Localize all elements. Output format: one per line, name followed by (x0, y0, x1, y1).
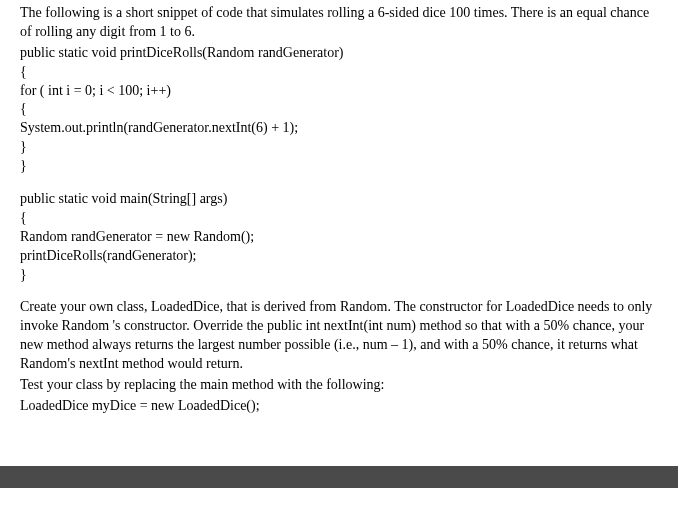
code-line: Random randGenerator = new Random(); (20, 228, 658, 247)
code-line: for ( int i = 0; i < 100; i++) (20, 82, 658, 101)
code-line: printDiceRolls(randGenerator); (20, 247, 658, 266)
code-line: public static void printDiceRolls(Random… (20, 44, 658, 63)
code-line: } (20, 157, 658, 176)
blank-line (20, 176, 658, 190)
gap (0, 426, 678, 466)
top-section: The following is a short snippet of code… (0, 0, 678, 426)
blank-line (20, 284, 658, 298)
separator-bar (0, 466, 678, 488)
code-line: public static void main(String[] args) (20, 190, 658, 209)
code-line: } (20, 266, 658, 285)
test-intro: Test your class by replacing the main me… (20, 376, 658, 395)
code-line: { (20, 209, 658, 228)
code-line: } (20, 138, 658, 157)
code-line: System.out.println(randGenerator.nextInt… (20, 119, 658, 138)
test-code-line: LoadedDice myDice = new LoadedDice(); (20, 397, 658, 416)
code-line: { (20, 100, 658, 119)
instructions-paragraph: Create your own class, LoadedDice, that … (20, 298, 658, 374)
gap (0, 488, 678, 505)
code-line: { (20, 63, 658, 82)
intro-paragraph: The following is a short snippet of code… (20, 4, 658, 42)
